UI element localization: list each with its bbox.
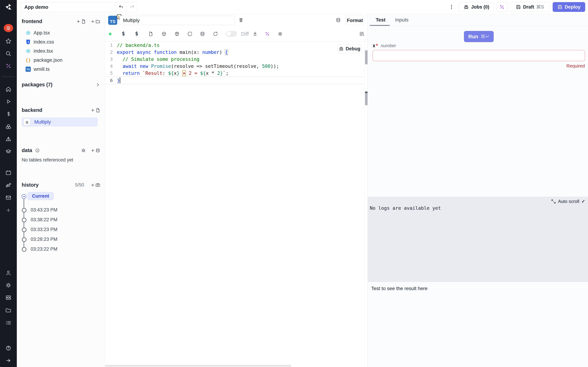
home-icon[interactable]	[5, 86, 12, 92]
editor-settings-gear-icon[interactable]	[277, 31, 283, 36]
mail-icon[interactable]	[5, 194, 12, 201]
resources-dollar-icon[interactable]: $	[135, 30, 140, 36]
history-entry[interactable]: 03:23:22 PM	[31, 246, 57, 252]
jobs-button[interactable]: Jobs (0)	[459, 2, 494, 12]
runs-play-icon[interactable]	[5, 98, 12, 105]
history-node-icon[interactable]	[22, 227, 26, 232]
code-line[interactable]: 6}	[105, 76, 364, 84]
search-icon[interactable]	[5, 50, 12, 57]
diff-toggle[interactable]	[226, 31, 237, 37]
calendar-icon[interactable]	[5, 170, 12, 176]
history-node-icon[interactable]	[22, 247, 26, 252]
tab-test[interactable]: Test	[376, 14, 386, 26]
history-entry[interactable]: 03:33:23 PM	[31, 227, 57, 232]
code-token: }	[220, 70, 223, 76]
format-button[interactable]: Format	[346, 16, 364, 25]
ai-assistant-button[interactable]	[497, 2, 507, 12]
learn-cap-icon[interactable]	[5, 148, 12, 155]
plus-minus-icon[interactable]: ±	[253, 30, 257, 37]
windmill-logo-icon[interactable]	[5, 3, 12, 11]
database-icon[interactable]	[336, 17, 341, 23]
expand-rail-arrow-icon[interactable]	[5, 357, 12, 364]
history-entry[interactable]: 03:38:22 PM	[31, 217, 57, 223]
data-settings-gear-icon[interactable]	[81, 148, 86, 153]
folders-icon[interactable]	[5, 307, 12, 314]
json-braces-icon: { }	[26, 58, 31, 63]
packages-expand-chevron-icon[interactable]	[95, 82, 100, 87]
add-plus-icon[interactable]	[5, 207, 12, 213]
run-button[interactable]: Run ⌘↵	[464, 31, 494, 42]
expand-logs-icon[interactable]	[551, 199, 556, 204]
code-token: `Result:	[140, 70, 168, 76]
file-row-index-css[interactable]: 3 index.css	[22, 37, 99, 47]
history-node-icon[interactable]	[22, 208, 26, 213]
resources-cubes-icon[interactable]	[5, 124, 12, 130]
library-icon[interactable]	[359, 31, 364, 36]
schedules-prism-icon[interactable]	[5, 136, 12, 142]
script-name-input[interactable]	[120, 16, 235, 25]
add-backend-script-button[interactable]	[90, 108, 100, 113]
add-folder-button[interactable]	[90, 19, 100, 24]
redo-button[interactable]	[127, 2, 138, 12]
code-line[interactable]: 5 return `Result: ${x} × 2 = ${x * 2}`;	[105, 70, 364, 76]
test-panel: Test Inputs Run ⌘↵ x * number Required A…	[367, 14, 588, 367]
history-entry[interactable]: 03:28:23 PM	[31, 237, 57, 242]
tab-inputs[interactable]: Inputs	[395, 14, 408, 26]
backend-item-multiply[interactable]: a Multiply	[22, 117, 98, 126]
list-icon[interactable]	[5, 320, 12, 326]
code-line[interactable]: 3 // Simulate some processing	[105, 56, 364, 63]
workspace-avatar[interactable]	[4, 24, 13, 32]
history-current-dot	[22, 194, 26, 199]
deploy-button[interactable]: Deploy	[553, 2, 585, 12]
user-icon[interactable]	[5, 270, 12, 276]
scrollbar-thumb[interactable]	[365, 50, 367, 64]
file-row-wmill-ts[interactable]: TS wmill.ts	[22, 65, 99, 74]
help-icon[interactable]	[5, 345, 12, 351]
autoscroll-check-icon[interactable]: ✓	[581, 199, 585, 204]
history-current-item[interactable]: Current	[27, 192, 54, 200]
scrollbar-thumb[interactable]	[365, 93, 367, 105]
package-icon[interactable]	[161, 31, 167, 36]
undo-button[interactable]	[116, 2, 127, 12]
history-node-icon[interactable]	[22, 237, 26, 242]
ai-wand-icon[interactable]	[5, 63, 12, 69]
autoscroll-label[interactable]: Auto scroll	[558, 199, 579, 204]
debug-button[interactable]: Debug	[337, 44, 362, 53]
jobs-label: Jobs (0)	[471, 4, 489, 10]
settings-gear-icon[interactable]	[5, 282, 12, 288]
schema-database-icon[interactable]	[200, 31, 205, 36]
packages-section-title: packages (7)	[22, 82, 52, 88]
overflow-menu-icon[interactable]	[448, 3, 455, 11]
nav-rail	[0, 0, 17, 367]
script-file-icon[interactable]	[148, 31, 153, 36]
code-content[interactable]: 1// backend/a.ts2export async function m…	[105, 42, 364, 84]
favorites-star-icon[interactable]	[5, 38, 12, 44]
editor-horizontal-scrollbar[interactable]	[105, 365, 291, 367]
app-title-input[interactable]	[21, 2, 117, 12]
routes-icon[interactable]	[5, 182, 12, 188]
history-node-icon[interactable]	[22, 218, 26, 222]
reload-icon[interactable]	[213, 31, 218, 36]
add-snapshot-button[interactable]	[90, 183, 100, 188]
history-entry[interactable]: 03:43:23 PM	[31, 207, 57, 213]
workers-icon[interactable]	[5, 294, 12, 301]
file-row-app-tsx[interactable]: App.tsx	[22, 28, 99, 37]
argument-x-input[interactable]	[372, 50, 585, 61]
ai-wand-icon[interactable]	[265, 31, 270, 36]
backend-item-label: Multiply	[34, 119, 51, 125]
add-file-button[interactable]	[76, 19, 86, 24]
code-line[interactable]: 2export async function main(x: number) {	[105, 49, 364, 56]
variables-dollar-icon[interactable]: $	[122, 30, 127, 36]
run-circle-icon[interactable]	[187, 31, 192, 36]
add-database-button[interactable]	[90, 148, 100, 153]
file-row-package-json[interactable]: { } package.json	[22, 56, 99, 65]
variables-dollar-icon[interactable]	[5, 111, 12, 117]
code-line[interactable]: 4 await new Promise(resolve => setTimeou…	[105, 63, 364, 70]
info-icon[interactable]	[35, 148, 40, 153]
code-line[interactable]: 1// backend/a.ts	[105, 42, 364, 49]
draft-button[interactable]: Draft ⌘S	[510, 2, 550, 12]
package-alt-icon[interactable]	[174, 31, 180, 36]
file-row-index-tsx[interactable]: index.tsx	[22, 47, 99, 56]
delete-script-trash-icon[interactable]	[238, 17, 244, 23]
editor-scrollbar[interactable]	[364, 42, 368, 367]
